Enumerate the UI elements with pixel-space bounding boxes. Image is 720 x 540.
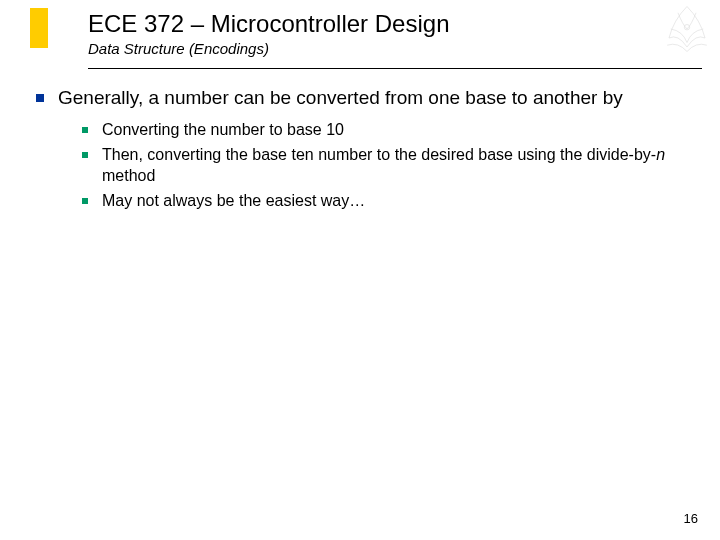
title-block: ECE 372 – Microcontroller Design Data St…: [88, 10, 648, 57]
slide-title: ECE 372 – Microcontroller Design: [88, 10, 648, 38]
subpoint-text: Converting the number to base 10: [102, 120, 344, 141]
main-point-text: Generally, a number can be converted fro…: [58, 86, 623, 110]
body-content: Generally, a number can be converted fro…: [36, 86, 686, 216]
square-bullet-icon: [82, 152, 88, 158]
corner-decoration-icon: [660, 2, 714, 56]
slide-subtitle: Data Structure (Encodings): [88, 40, 648, 57]
square-bullet-icon: [82, 198, 88, 204]
bullet-level1: Generally, a number can be converted fro…: [36, 86, 686, 110]
bullet-level2: Converting the number to base 10: [82, 120, 686, 141]
square-bullet-icon: [36, 94, 44, 102]
square-bullet-icon: [82, 127, 88, 133]
subpoint-text: Then, converting the base ten number to …: [102, 145, 686, 187]
subpoint-text: May not always be the easiest way…: [102, 191, 365, 212]
accent-bar: [30, 8, 48, 48]
title-underline: [88, 68, 702, 69]
subpoint-group: Converting the number to base 10 Then, c…: [82, 120, 686, 211]
bullet-level2: May not always be the easiest way…: [82, 191, 686, 212]
page-number: 16: [684, 511, 698, 526]
bullet-level2: Then, converting the base ten number to …: [82, 145, 686, 187]
